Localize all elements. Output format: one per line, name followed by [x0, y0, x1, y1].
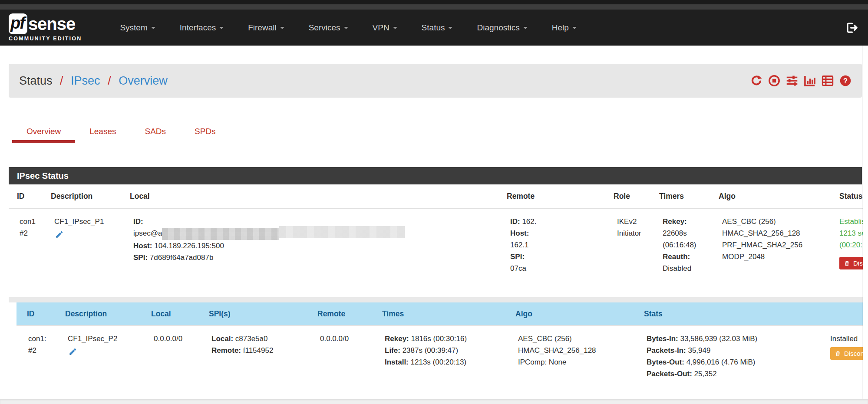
col-header-hidden-status: [828, 302, 868, 325]
col-header-id: ID: [9, 184, 51, 208]
nav-diagnostics[interactable]: Diagnostics: [465, 17, 539, 39]
sign-out-icon[interactable]: [845, 21, 858, 34]
col-header-description: Description: [65, 302, 151, 325]
child-table-header-row: ID Description Local SPI(s) Remote Times…: [17, 302, 868, 325]
col-header-remote: Remote: [317, 302, 382, 325]
page-content: Status / IPsec / Overview: [9, 64, 862, 393]
cell-id: con1 #2: [9, 208, 51, 297]
tab-overview[interactable]: Overview: [12, 120, 75, 143]
col-header-role: Role: [614, 184, 659, 208]
pencil-icon[interactable]: [54, 230, 64, 240]
pfsense-logo-text: pfsense: [9, 13, 82, 34]
chevron-down-icon: [448, 27, 452, 29]
chevron-down-icon: [280, 27, 284, 29]
pfsense-logo[interactable]: pfsense COMMUNITY EDITION: [9, 13, 82, 42]
trash-icon: [835, 350, 841, 357]
nav-vpn[interactable]: VPN: [360, 17, 409, 39]
browser-chrome-strip: [0, 4, 868, 10]
nav-services[interactable]: Services: [297, 17, 360, 39]
cell-times: Rekey: 1816s (00:30:16) Life: 2387s (00:…: [382, 325, 515, 393]
logo-pf-badge: pf: [9, 13, 27, 34]
ike-sa-row: con1 #2 CF1_IPsec_P1 ID: ipsec@a Host: 1…: [9, 208, 868, 297]
chevron-down-icon: [344, 27, 348, 29]
redacted-value: [279, 226, 405, 238]
cell-role: IKEv2 Initiator: [614, 208, 659, 297]
pencil-icon[interactable]: [68, 347, 77, 357]
nav-system[interactable]: System: [108, 17, 167, 39]
ipsec-status-panel: IPsec Status ID Description Local Remote…: [9, 167, 862, 393]
nav-firewall[interactable]: Firewall: [236, 17, 296, 39]
window-chrome-strip: [0, 0, 868, 4]
vertical-scrollbar[interactable]: [863, 46, 868, 399]
cell-child-status: Installed Disconnect: [828, 325, 868, 393]
col-header-stats: Stats: [644, 302, 828, 325]
chevron-down-icon: [572, 27, 577, 29]
col-header-algo: Algo: [719, 184, 836, 208]
cell-local: 0.0.0.0/0: [151, 325, 209, 393]
col-header-times: Times: [382, 302, 515, 325]
chevron-down-icon: [151, 27, 155, 29]
refresh-icon[interactable]: [750, 75, 762, 87]
cell-stats: Bytes-In: 33,586,939 (32.03 MiB) Packets…: [644, 325, 828, 393]
page-title: Status / IPsec / Overview: [19, 74, 168, 88]
breadcrumb-link-ipsec[interactable]: IPsec: [71, 74, 100, 87]
status-tabs: Overview Leases SADs SPDs: [12, 120, 862, 143]
pfsense-status-ipsec-page: pfsense COMMUNITY EDITION System Interfa…: [0, 0, 868, 404]
breadcrumb-separator: /: [60, 74, 63, 87]
tab-sads[interactable]: SADs: [130, 120, 180, 143]
tab-spds[interactable]: SPDs: [180, 120, 230, 143]
tab-leases[interactable]: Leases: [75, 120, 130, 143]
cell-remote: 0.0.0.0/0: [317, 325, 382, 393]
child-sa-row: con1: #2 CF1_IPsec_P2 0.0.0.0/0 Local: c…: [17, 325, 868, 393]
list-icon[interactable]: [822, 75, 834, 87]
breadcrumb-link-overview[interactable]: Overview: [119, 74, 168, 87]
breadcrumb-action-icons: ?: [750, 75, 851, 87]
chevron-down-icon: [523, 27, 528, 29]
nav-interfaces[interactable]: Interfaces: [168, 17, 236, 39]
logo-subtitle: COMMUNITY EDITION: [9, 36, 82, 42]
help-icon[interactable]: ?: [839, 75, 851, 87]
cell-description: CF1_IPsec_P1: [51, 208, 130, 297]
breadcrumb-separator: /: [108, 74, 111, 87]
bar-chart-icon[interactable]: [804, 75, 816, 87]
cell-algo: AES_CBC (256) HMAC_SHA2_256_128 PRF_HMAC…: [719, 208, 836, 297]
main-menu: System Interfaces Firewall Services VPN …: [108, 17, 588, 39]
disconnect-child-button[interactable]: Disconnect: [830, 347, 868, 360]
panel-title: IPsec Status: [9, 167, 862, 184]
top-navbar: pfsense COMMUNITY EDITION System Interfa…: [0, 10, 868, 46]
cell-algo: AES_CBC (256) HMAC_SHA2_256_128 IPComp: …: [515, 325, 644, 393]
breadcrumb: Status / IPsec / Overview: [9, 64, 862, 98]
col-header-remote: Remote: [507, 184, 614, 208]
col-header-algo: Algo: [515, 302, 644, 325]
sliders-icon[interactable]: [786, 75, 798, 87]
col-header-spis: SPI(s): [209, 302, 317, 325]
col-header-local: Local: [151, 302, 209, 325]
cell-remote: ID: 162. Host: 162.1 SPI: 07ca: [507, 208, 614, 297]
child-sa-table: ID Description Local SPI(s) Remote Times…: [17, 302, 868, 393]
row-separator: [9, 297, 868, 302]
cell-timers: Rekey: 22608s (06:16:48) Reauth: Disable…: [659, 208, 719, 297]
cell-spis: Local: c873e5a0 Remote: f1154952: [209, 325, 317, 393]
col-header-description: Description: [51, 184, 130, 208]
stop-icon[interactable]: [768, 75, 780, 87]
svg-text:?: ?: [843, 77, 848, 85]
chevron-down-icon: [219, 27, 224, 29]
col-header-id: ID: [17, 302, 65, 325]
ike-table-header-row: ID Description Local Remote Role Timers …: [9, 184, 868, 208]
redacted-value: [162, 228, 279, 240]
ike-sa-table: ID Description Local Remote Role Timers …: [9, 184, 868, 297]
cell-description: CF1_IPsec_P2: [65, 325, 151, 393]
cell-local: ID: ipsec@a Host: 104.189.226.195:500 SP…: [130, 208, 507, 297]
col-header-timers: Timers: [659, 184, 719, 208]
page-background-strip: [0, 399, 868, 404]
chevron-down-icon: [393, 27, 397, 29]
nav-help[interactable]: Help: [540, 17, 589, 39]
cell-id: con1: #2: [17, 325, 65, 393]
col-header-local: Local: [130, 184, 507, 208]
trash-icon: [844, 260, 850, 267]
nav-status[interactable]: Status: [409, 17, 465, 39]
breadcrumb-section: Status: [19, 74, 53, 87]
